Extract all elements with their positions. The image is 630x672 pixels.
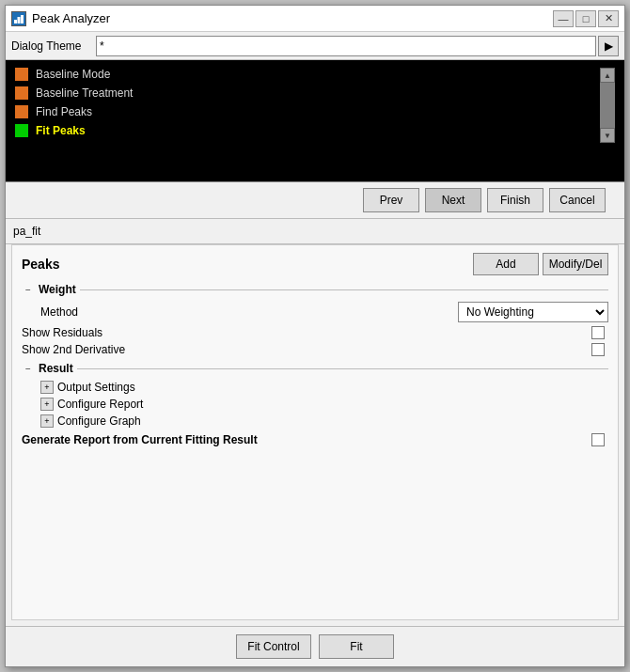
step-icon-4 [15, 124, 28, 137]
steps-scrollbar: ▲ ▼ [600, 68, 615, 143]
step-icon-2 [15, 86, 28, 100]
method-label: Method [40, 305, 458, 319]
nav-buttons: Prev Next Finish Cancel [6, 182, 624, 219]
configure-graph-item[interactable]: + Configure Graph [22, 414, 608, 428]
step-icon-3 [15, 105, 28, 118]
prev-button[interactable]: Prev [363, 188, 419, 212]
pa-fit-label: pa_fit [13, 225, 40, 238]
title-bar: Peak Analyzer — □ ✕ [6, 6, 624, 32]
close-button[interactable]: ✕ [598, 10, 619, 27]
fit-control-button[interactable]: Fit Control [236, 634, 311, 659]
step-label-4: Fit Peaks [36, 124, 86, 137]
main-window: Peak Analyzer — □ ✕ Dialog Theme ▶ Basel… [5, 5, 625, 667]
svg-rect-1 [18, 17, 21, 23]
show-2nd-derivative-checkbox[interactable] [591, 343, 605, 356]
steps-content: Baseline Mode Baseline Treatment Find Pe… [15, 68, 600, 143]
result-title: Result [39, 362, 73, 375]
configure-report-expand[interactable]: + [40, 398, 54, 411]
next-button[interactable]: Next [425, 188, 481, 212]
show-2nd-derivative-row: Show 2nd Derivative [22, 343, 608, 356]
peaks-buttons: Add Modify/Del [473, 253, 608, 275]
svg-rect-2 [21, 15, 24, 23]
peaks-header: Peaks Add Modify/Del [22, 253, 608, 275]
step-fit-peaks[interactable]: Fit Peaks [15, 124, 600, 137]
configure-report-item[interactable]: + Configure Report [22, 398, 608, 411]
configure-report-label: Configure Report [57, 398, 143, 411]
steps-wrapper: Baseline Mode Baseline Treatment Find Pe… [15, 68, 615, 143]
configure-graph-expand[interactable]: + [40, 414, 54, 428]
generate-report-label: Generate Report from Current Fitting Res… [22, 433, 591, 446]
pa-fit-row: pa_fit [6, 219, 624, 244]
restore-button[interactable]: □ [575, 10, 596, 27]
dialog-theme-label: Dialog Theme [11, 39, 96, 53]
weight-section-header: − Weight [22, 283, 608, 296]
window-title: Peak Analyzer [32, 11, 110, 25]
fit-button[interactable]: Fit [319, 634, 394, 659]
svg-rect-0 [14, 20, 17, 23]
modify-del-button[interactable]: Modify/Del [543, 253, 608, 275]
dialog-theme-arrow[interactable]: ▶ [598, 36, 619, 56]
title-bar-left: Peak Analyzer [11, 11, 110, 26]
steps-panel: Baseline Mode Baseline Treatment Find Pe… [6, 60, 624, 182]
show-2nd-derivative-label: Show 2nd Derivative [22, 343, 591, 356]
weight-title: Weight [39, 283, 76, 296]
generate-report-checkbox[interactable] [591, 433, 605, 446]
method-select[interactable]: No Weighting Instrumental Statistical Ar… [458, 302, 608, 322]
app-icon [11, 11, 26, 26]
title-bar-buttons: — □ ✕ [553, 10, 619, 27]
weight-collapse-icon[interactable]: − [22, 283, 35, 296]
step-find-peaks[interactable]: Find Peaks [15, 105, 600, 118]
peaks-title: Peaks [22, 257, 59, 272]
show-residuals-label: Show Residuals [22, 326, 591, 339]
step-icon-1 [15, 68, 28, 81]
output-settings-label: Output Settings [57, 381, 135, 394]
svg-rect-5 [15, 105, 28, 118]
show-residuals-row: Show Residuals [22, 326, 608, 339]
finish-button[interactable]: Finish [487, 188, 543, 212]
add-button[interactable]: Add [473, 253, 539, 275]
dialog-theme-input[interactable] [96, 36, 596, 56]
step-label-2: Baseline Treatment [36, 86, 133, 100]
result-section-header: − Result [22, 362, 608, 375]
svg-rect-4 [15, 86, 28, 100]
footer-buttons: Fit Control Fit [6, 626, 624, 666]
step-baseline-mode[interactable]: Baseline Mode [15, 68, 600, 81]
steps-scroll-track [600, 83, 615, 128]
output-settings-item[interactable]: + Output Settings [22, 381, 608, 394]
dialog-theme-row: Dialog Theme ▶ [6, 32, 624, 60]
result-divider-line [77, 368, 608, 369]
svg-rect-3 [15, 68, 28, 81]
method-row: Method No Weighting Instrumental Statist… [22, 302, 608, 322]
step-label-1: Baseline Mode [36, 68, 110, 81]
arrow-right-icon: ▶ [605, 39, 613, 53]
output-settings-expand[interactable]: + [40, 381, 54, 394]
result-collapse-icon[interactable]: − [22, 362, 35, 375]
step-label-3: Find Peaks [36, 105, 92, 118]
minimize-button[interactable]: — [553, 10, 574, 27]
configure-graph-label: Configure Graph [57, 414, 141, 428]
cancel-button[interactable]: Cancel [549, 188, 606, 212]
steps-scroll-up[interactable]: ▲ [600, 68, 615, 83]
main-content: Peaks Add Modify/Del − Weight Method No … [11, 244, 619, 620]
weight-divider-line [80, 289, 608, 290]
step-baseline-treatment[interactable]: Baseline Treatment [15, 86, 600, 100]
show-residuals-checkbox[interactable] [591, 326, 605, 339]
svg-rect-6 [15, 124, 28, 137]
generate-report-row: Generate Report from Current Fitting Res… [22, 433, 608, 446]
steps-scroll-down[interactable]: ▼ [600, 128, 615, 143]
